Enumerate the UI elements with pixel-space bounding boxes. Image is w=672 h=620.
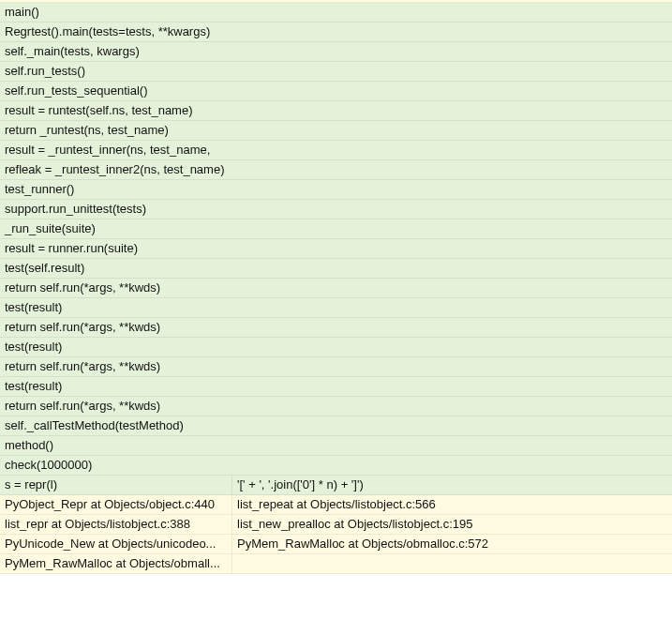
frame-text: test(self.result) [0, 259, 672, 278]
frame-text: return self.run(*args, **kwds) [0, 318, 672, 337]
frame-left: list_repr at Objects/listobject.c:388 [0, 515, 232, 534]
table-row[interactable]: test(result) [0, 298, 672, 318]
frame-left: PyUnicode_New at Objects/unicodeo... [0, 535, 232, 553]
frame-text: refleak = _runtest_inner2(ns, test_name) [0, 160, 672, 179]
stack-trace-table: main()Regrtest().main(tests=tests, **kwa… [0, 3, 672, 574]
frame-text: method() [0, 436, 672, 455]
table-row[interactable]: check(1000000) [0, 456, 672, 476]
frame-right [232, 554, 672, 573]
frame-text: support.run_unittest(tests) [0, 200, 672, 219]
frame-left: PyObject_Repr at Objects/object.c:440 [0, 495, 232, 514]
table-row[interactable]: test(result) [0, 338, 672, 357]
table-row[interactable]: support.run_unittest(tests) [0, 200, 672, 219]
frame-text: result = _runtest_inner(ns, test_name, [0, 141, 672, 159]
frame-text: return self.run(*args, **kwds) [0, 279, 672, 297]
frame-left: PyMem_RawMalloc at Objects/obmall... [0, 554, 232, 573]
frame-text: self.run_tests() [0, 62, 672, 81]
frame-text: self._main(tests, kwargs) [0, 42, 672, 61]
frame-text: Regrtest().main(tests=tests, **kwargs) [0, 23, 672, 41]
frame-text: test_runner() [0, 180, 672, 199]
table-row[interactable]: list_repr at Objects/listobject.c:388lis… [0, 515, 672, 535]
table-row[interactable]: self._main(tests, kwargs) [0, 42, 672, 62]
frame-text: main() [0, 3, 672, 22]
frame-right: '[' + ', '.join(['0'] * n) + ']') [232, 476, 672, 494]
table-row[interactable]: test(result) [0, 377, 672, 397]
table-row[interactable]: main() [0, 3, 672, 23]
frame-left: s = repr(l) [0, 476, 232, 494]
frame-text: self._callTestMethod(testMethod) [0, 416, 672, 435]
table-row[interactable]: s = repr(l)'[' + ', '.join(['0'] * n) + … [0, 476, 672, 495]
frame-text: return self.run(*args, **kwds) [0, 357, 672, 376]
frame-text: self.run_tests_sequential() [0, 82, 672, 100]
frame-text: return self.run(*args, **kwds) [0, 397, 672, 416]
frame-text: return _runtest(ns, test_name) [0, 121, 672, 140]
table-row[interactable]: PyObject_Repr at Objects/object.c:440lis… [0, 495, 672, 515]
frame-text: test(result) [0, 298, 672, 317]
table-row[interactable]: return self.run(*args, **kwds) [0, 318, 672, 338]
table-row[interactable]: self.run_tests_sequential() [0, 82, 672, 101]
table-row[interactable]: self.run_tests() [0, 62, 672, 82]
table-row[interactable]: result = runner.run(suite) [0, 239, 672, 259]
table-row[interactable]: self._callTestMethod(testMethod) [0, 416, 672, 436]
table-row[interactable]: Regrtest().main(tests=tests, **kwargs) [0, 23, 672, 42]
frame-right: list_new_prealloc at Objects/listobject.… [232, 515, 672, 534]
table-row[interactable]: PyMem_RawMalloc at Objects/obmall... [0, 554, 672, 574]
frame-text: result = runner.run(suite) [0, 239, 672, 258]
table-row[interactable]: return self.run(*args, **kwds) [0, 397, 672, 416]
table-row[interactable]: refleak = _runtest_inner2(ns, test_name) [0, 160, 672, 180]
frame-text: test(result) [0, 338, 672, 356]
table-row[interactable]: _run_suite(suite) [0, 219, 672, 239]
frame-right: list_repeat at Objects/listobject.c:566 [232, 495, 672, 514]
frame-text: result = runtest(self.ns, test_name) [0, 101, 672, 120]
table-row[interactable]: result = _runtest_inner(ns, test_name, [0, 141, 672, 160]
table-row[interactable]: return self.run(*args, **kwds) [0, 279, 672, 298]
table-row[interactable]: test_runner() [0, 180, 672, 200]
table-row[interactable]: return self.run(*args, **kwds) [0, 357, 672, 377]
table-row[interactable]: result = runtest(self.ns, test_name) [0, 101, 672, 121]
table-row[interactable]: method() [0, 436, 672, 456]
frame-text: test(result) [0, 377, 672, 396]
table-row[interactable]: test(self.result) [0, 259, 672, 279]
frame-text: _run_suite(suite) [0, 219, 672, 238]
frame-text: check(1000000) [0, 456, 672, 475]
frame-right: PyMem_RawMalloc at Objects/obmalloc.c:57… [232, 535, 672, 553]
table-row[interactable]: PyUnicode_New at Objects/unicodeo...PyMe… [0, 535, 672, 554]
table-row[interactable]: return _runtest(ns, test_name) [0, 121, 672, 141]
